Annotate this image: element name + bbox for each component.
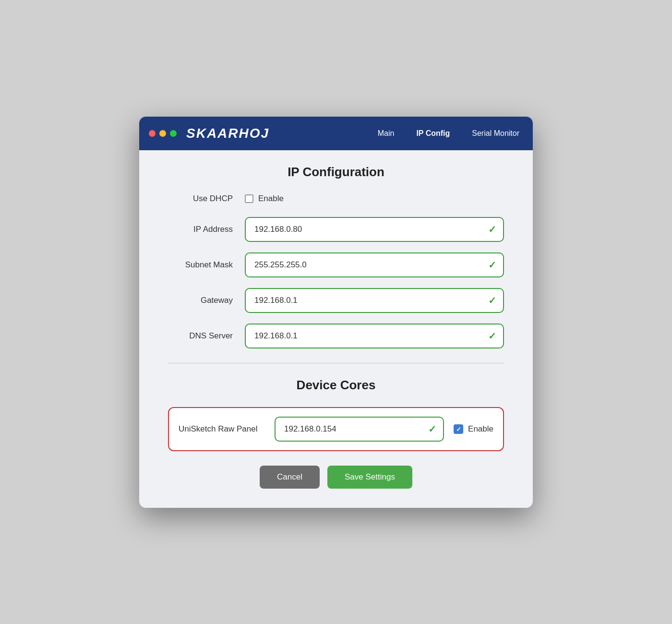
gateway-row: Gateway ✓ [168, 288, 504, 313]
dns-server-input-wrapper: ✓ [245, 324, 504, 348]
subnet-mask-input[interactable] [245, 252, 504, 277]
device-core-input[interactable] [275, 417, 444, 442]
device-enable-checkbox[interactable] [454, 424, 463, 434]
button-row: Cancel Save Settings [168, 466, 504, 489]
subnet-mask-input-wrapper: ✓ [245, 252, 504, 277]
window-controls [149, 130, 177, 137]
dns-server-input[interactable] [245, 324, 504, 348]
cancel-button[interactable]: Cancel [260, 466, 320, 489]
device-cores-title: Device Cores [168, 378, 504, 393]
gateway-input[interactable] [245, 288, 504, 313]
dns-server-label: DNS Server [168, 331, 245, 341]
dhcp-row: Use DHCP Enable [168, 194, 504, 204]
gateway-input-wrapper: ✓ [245, 288, 504, 313]
minimize-button[interactable] [159, 130, 166, 137]
subnet-mask-label: Subnet Mask [168, 260, 245, 270]
gateway-label: Gateway [168, 296, 245, 305]
dns-server-row: DNS Server ✓ [168, 324, 504, 348]
main-content: IP Configuration Use DHCP Enable IP Addr… [139, 150, 533, 508]
nav-item-serial-monitor[interactable]: Serial Monitor [468, 127, 523, 140]
ip-address-label: IP Address [168, 225, 245, 234]
close-button[interactable] [149, 130, 156, 137]
dns-server-check-icon: ✓ [488, 330, 496, 342]
section-divider [168, 363, 504, 363]
ip-address-input[interactable] [245, 217, 504, 242]
device-enable-group: Enable [454, 424, 493, 434]
maximize-button[interactable] [170, 130, 177, 137]
dhcp-checkbox[interactable] [245, 194, 253, 203]
save-settings-button[interactable]: Save Settings [327, 466, 412, 489]
subnet-mask-check-icon: ✓ [488, 259, 496, 271]
ip-address-row: IP Address ✓ [168, 217, 504, 242]
logo: SKAARHOJ [186, 126, 269, 141]
device-cores-section: Device Cores UniSketch Raw Panel ✓ Enabl… [168, 378, 504, 451]
dhcp-enable-label: Enable [258, 194, 284, 204]
titlebar: SKAARHOJ Main IP Config Serial Monitor [139, 117, 533, 150]
device-core-input-wrapper: ✓ [275, 417, 444, 442]
ip-address-check-icon: ✓ [488, 224, 496, 235]
device-core-check-icon: ✓ [428, 423, 436, 435]
subnet-mask-row: Subnet Mask ✓ [168, 252, 504, 277]
device-enable-label: Enable [468, 424, 493, 434]
main-window: SKAARHOJ Main IP Config Serial Monitor I… [139, 117, 533, 508]
gateway-check-icon: ✓ [488, 295, 496, 306]
ip-address-input-wrapper: ✓ [245, 217, 504, 242]
device-core-row: UniSketch Raw Panel ✓ Enable [168, 407, 504, 451]
nav-item-main[interactable]: Main [374, 127, 398, 140]
dhcp-label: Use DHCP [168, 194, 245, 204]
device-core-label: UniSketch Raw Panel [179, 424, 275, 434]
ip-config-title: IP Configuration [168, 165, 504, 180]
main-nav: Main IP Config Serial Monitor [374, 127, 523, 140]
nav-item-ip-config[interactable]: IP Config [412, 127, 454, 140]
dhcp-enable-group: Enable [245, 194, 284, 204]
